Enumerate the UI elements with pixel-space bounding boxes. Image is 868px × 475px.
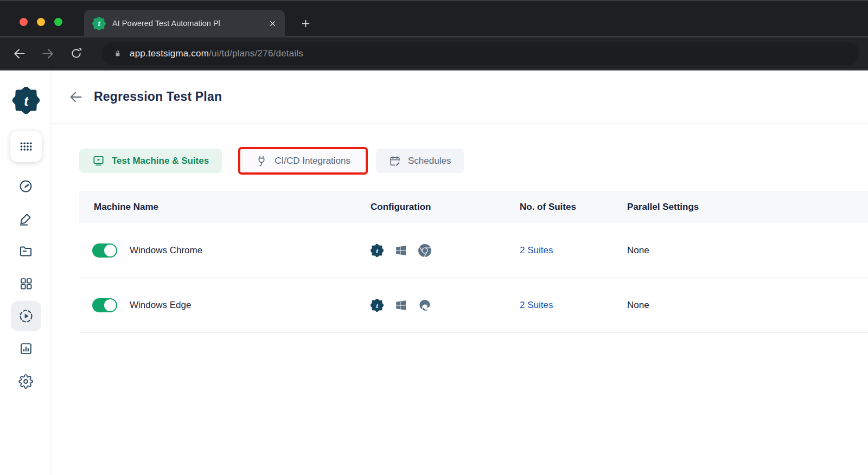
url-host: app.testsigma.com xyxy=(130,48,209,59)
machine-enabled-toggle[interactable] xyxy=(92,298,117,312)
back-arrow-icon xyxy=(68,89,84,105)
sidebar-item-dashboard[interactable] xyxy=(11,171,41,201)
apps-grid-icon xyxy=(18,138,34,155)
configuration-icons xyxy=(371,299,520,312)
edge-icon xyxy=(418,299,431,312)
tab-schedules[interactable]: Schedules xyxy=(376,149,464,173)
play-dashed-circle-icon xyxy=(18,309,34,324)
url-path: /ui/td/plans/276/details xyxy=(209,48,303,59)
four-squares-icon xyxy=(19,277,33,291)
machine-name: Windows Edge xyxy=(130,300,191,311)
folder-icon xyxy=(18,244,33,259)
table-row: Windows Chrome 2 Suites None xyxy=(79,223,868,278)
column-header-machine-name: Machine Name xyxy=(79,202,371,213)
gear-icon xyxy=(18,374,33,389)
testsigma-agent-icon xyxy=(371,244,384,257)
monitor-play-icon xyxy=(92,155,105,167)
tab-label: CI/CD Integrations xyxy=(275,156,350,166)
lock-icon xyxy=(113,49,123,59)
sidebar-item-apps-menu[interactable] xyxy=(10,131,42,162)
sidebar-item-settings[interactable] xyxy=(11,366,41,396)
suites-link[interactable]: 2 Suites xyxy=(520,300,553,310)
red-annotation-box: CI/CD Integrations xyxy=(238,147,368,175)
toggle-knob xyxy=(104,299,116,311)
pencil-icon xyxy=(18,211,33,226)
parallel-setting-value: None xyxy=(627,245,868,256)
page-title: Regression Test Plan xyxy=(94,89,222,104)
page-back-button[interactable] xyxy=(67,88,85,106)
testsigma-favicon-icon xyxy=(92,17,106,30)
close-window-button[interactable] xyxy=(20,18,28,26)
testsigma-logo-icon[interactable] xyxy=(12,87,40,114)
parallel-setting-value: None xyxy=(627,300,868,311)
page-header: Regression Test Plan xyxy=(52,70,868,124)
browser-reload-button[interactable] xyxy=(67,45,85,62)
browser-tab-title: AI Powered Test Automation Pl xyxy=(112,19,269,28)
forward-arrow-icon xyxy=(41,47,55,61)
plug-icon xyxy=(256,155,267,167)
browser-tab-strip: AI Powered Test Automation Pl xyxy=(0,0,868,36)
zoom-window-button[interactable] xyxy=(54,18,62,26)
sidebar-item-elements[interactable] xyxy=(11,268,41,299)
tab-test-machine-suites[interactable]: Test Machine & Suites xyxy=(79,149,222,173)
column-header-parallel-settings: Parallel Settings xyxy=(627,202,868,213)
calendar-edit-icon xyxy=(389,155,401,167)
windows-icon xyxy=(394,299,407,312)
reload-icon xyxy=(70,47,82,60)
chrome-icon xyxy=(418,244,431,257)
column-header-no-of-suites: No. of Suites xyxy=(520,202,627,213)
window-controls xyxy=(20,18,62,26)
sidebar-item-create-tests[interactable] xyxy=(11,203,41,234)
machine-name: Windows Chrome xyxy=(130,245,202,256)
tab-close-icon[interactable] xyxy=(269,20,277,28)
tab-label: Schedules xyxy=(408,156,451,166)
bar-chart-icon xyxy=(19,342,33,356)
sidebar-item-test-runs[interactable] xyxy=(11,301,41,331)
machine-enabled-toggle[interactable] xyxy=(92,243,117,258)
tab-cicd-integrations[interactable]: CI/CD Integrations xyxy=(241,150,365,172)
minimize-window-button[interactable] xyxy=(37,18,45,26)
url-text: app.testsigma.com/ui/td/plans/276/detail… xyxy=(130,48,303,59)
configuration-icons xyxy=(371,244,520,257)
sidebar xyxy=(0,70,52,475)
sidebar-item-test-data[interactable] xyxy=(11,236,41,266)
machines-table: Machine Name Configuration No. of Suites… xyxy=(79,191,868,333)
suites-link[interactable]: 2 Suites xyxy=(520,245,553,255)
browser-tab[interactable]: AI Powered Test Automation Pl xyxy=(84,10,285,37)
speedometer-icon xyxy=(18,179,33,194)
tab-label: Test Machine & Suites xyxy=(112,156,209,166)
app-window: Regression Test Plan Test Machine & Suit… xyxy=(0,70,868,475)
windows-icon xyxy=(394,244,407,257)
back-arrow-icon xyxy=(12,47,27,61)
browser-toolbar: app.testsigma.com/ui/td/plans/276/detail… xyxy=(0,36,868,70)
address-bar[interactable]: app.testsigma.com/ui/td/plans/276/detail… xyxy=(102,42,859,65)
browser-chrome: AI Powered Test Automation Pl app.testsi… xyxy=(0,0,868,70)
plan-tabs: Test Machine & Suites CI/CD Integrations… xyxy=(79,147,868,175)
new-tab-button[interactable] xyxy=(297,15,315,33)
toggle-knob xyxy=(104,245,116,256)
sidebar-item-reports[interactable] xyxy=(11,333,41,364)
table-header-row: Machine Name Configuration No. of Suites… xyxy=(79,191,868,223)
plus-icon xyxy=(301,18,311,29)
column-header-configuration: Configuration xyxy=(371,202,520,213)
browser-forward-button[interactable] xyxy=(39,45,56,62)
table-row: Windows Edge 2 Suites None xyxy=(79,278,868,333)
testsigma-agent-icon xyxy=(371,299,384,312)
main-content: Regression Test Plan Test Machine & Suit… xyxy=(52,70,868,475)
browser-back-button[interactable] xyxy=(11,45,28,62)
